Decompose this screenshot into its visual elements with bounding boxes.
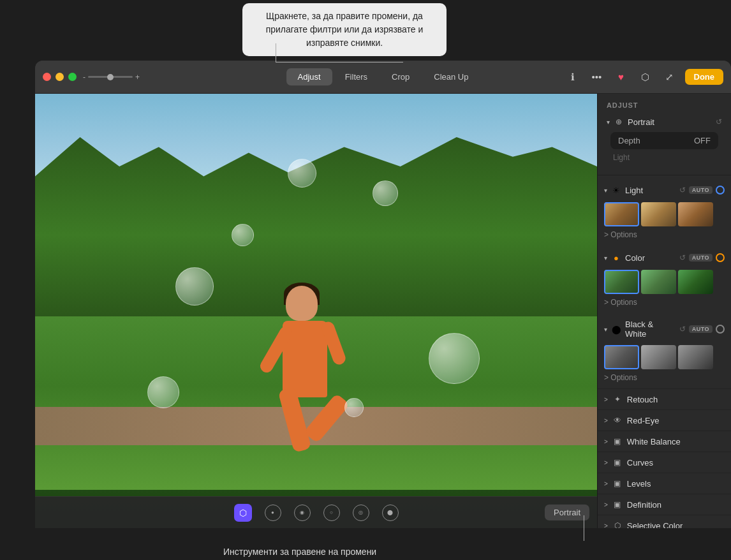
girl-right-leg	[304, 393, 350, 443]
subject-figure	[260, 286, 350, 464]
white-balance-row[interactable]: > ▣ White Balance	[598, 431, 731, 452]
slider-track	[88, 76, 133, 78]
wb-label: White Balance	[627, 437, 725, 446]
portrait-label-btn[interactable]: Portrait	[545, 505, 589, 520]
color-thumbs	[598, 267, 731, 297]
bw-chevron-icon: ▾	[604, 326, 607, 333]
wb-chevron-icon: >	[604, 438, 608, 445]
tooltip-bottom-text: Инструменти за правене на промени	[223, 547, 376, 557]
favorite-button[interactable]: ♥	[612, 68, 630, 86]
bw-icon[interactable]: ⬤	[382, 505, 399, 521]
retouch-label: Retouch	[627, 395, 725, 404]
levels-chevron-icon: >	[604, 480, 608, 487]
bw-name: Black & White	[625, 320, 676, 339]
done-button[interactable]: Done	[685, 69, 724, 85]
bw-section-icon: ⬤	[610, 323, 622, 335]
curves-row[interactable]: > ▣ Curves	[598, 452, 731, 473]
bw-auto-badge[interactable]: AUTO	[689, 325, 713, 333]
main-window: - + Adjust Filters Crop Clean Up ℹ ••• ♥…	[35, 61, 731, 528]
red-eye-icon: 👁	[612, 415, 623, 426]
girl-head	[286, 286, 318, 321]
bw-thumb-1[interactable]	[604, 345, 639, 369]
definition-row[interactable]: > ▣ Definition	[598, 494, 731, 515]
bw-section: ▾ ⬤ Black & White ↺ AUTO > Options	[598, 313, 731, 388]
bw-thumbs	[598, 343, 731, 372]
red-eye-chevron-icon: >	[604, 417, 608, 424]
minimize-button[interactable]	[55, 73, 64, 81]
divider-1	[598, 175, 731, 175]
color-row[interactable]: ▾ ● Color ↺ AUTO	[598, 248, 731, 267]
levels-row[interactable]: > ▣ Levels	[598, 473, 731, 494]
light-thumb-1[interactable]	[604, 202, 639, 226]
color-thumb-2[interactable]	[641, 270, 676, 294]
color-section: ▾ ● Color ↺ AUTO > Options	[598, 246, 731, 313]
definition-chevron-icon: >	[604, 501, 608, 508]
color-reset-icon[interactable]: ↺	[679, 253, 686, 262]
tab-cleanup[interactable]: Clean Up	[422, 68, 480, 85]
retouch-icon: ✦	[612, 394, 623, 405]
portrait-row[interactable]: ▾ ⊕ Portrait ↺	[604, 114, 725, 129]
bw-thumb-2[interactable]	[641, 345, 676, 369]
brightness-plus-icon: +	[135, 73, 140, 82]
light-chevron-icon: ▾	[604, 187, 607, 194]
portrait-reset-icon[interactable]: ↺	[716, 117, 722, 126]
more-button[interactable]: •••	[588, 68, 606, 86]
light-name: Light	[625, 186, 676, 195]
depth-value[interactable]: OFF	[694, 136, 711, 145]
photo-scene	[35, 94, 597, 528]
sc-label: Selective Color	[627, 521, 725, 529]
depth-icon[interactable]: ◉	[294, 505, 311, 521]
traffic-lights	[43, 73, 77, 81]
fullscreen-button[interactable]	[68, 73, 77, 81]
tab-filters[interactable]: Filters	[334, 68, 379, 85]
right-panel: ADJUST ▾ ⊕ Portrait ↺ Depth OFF Light	[597, 94, 731, 528]
sc-chevron-icon: >	[604, 522, 608, 529]
color-thumb-3[interactable]	[678, 270, 713, 294]
color-options[interactable]: > Options	[598, 297, 731, 311]
bw-reset-icon[interactable]: ↺	[679, 325, 686, 334]
crop-icon-btn[interactable]: ⤢	[661, 68, 679, 86]
light-row[interactable]: ▾ ☀ Light ↺ AUTO	[598, 181, 731, 200]
portrait-mode-icon[interactable]: ⬡	[234, 504, 252, 522]
info-button[interactable]: ℹ	[564, 68, 582, 86]
original-icon[interactable]: ●	[265, 505, 281, 521]
bw-options[interactable]: > Options	[598, 372, 731, 386]
selective-color-row[interactable]: > ⬡ Selective Color	[598, 515, 731, 528]
bottom-toolbar: ⬡ ● ◉ ○ ◎ ⬤ Portrait	[35, 496, 597, 528]
close-button[interactable]	[43, 73, 51, 81]
share-button[interactable]: ⬡	[637, 68, 654, 86]
color-thumb-1[interactable]	[604, 270, 639, 294]
brightness-minus-icon: -	[83, 73, 85, 82]
portrait-chevron-icon: ▾	[607, 119, 610, 126]
bw-indicator	[716, 325, 725, 334]
light-auto-badge[interactable]: AUTO	[689, 186, 713, 194]
portrait-section: ▾ ⊕ Portrait ↺ Depth OFF Light	[598, 114, 731, 172]
light-reset-icon[interactable]: ↺	[679, 186, 686, 195]
color-section-icon: ●	[610, 252, 622, 263]
tab-crop[interactable]: Crop	[380, 68, 421, 85]
color-auto-badge[interactable]: AUTO	[689, 254, 713, 262]
tab-adjust[interactable]: Adjust	[286, 68, 332, 85]
light-indicator	[716, 186, 725, 195]
red-eye-row[interactable]: > 👁 Red-Eye	[598, 409, 731, 431]
brightness-slider[interactable]: - +	[83, 73, 140, 82]
depth-label: Depth	[618, 136, 640, 145]
mono-icon[interactable]: ◎	[353, 505, 369, 521]
definition-icon: ▣	[612, 499, 623, 510]
curves-label: Curves	[627, 458, 725, 468]
retouch-row[interactable]: > ✦ Retouch	[598, 388, 731, 409]
light-options[interactable]: > Options	[598, 229, 731, 243]
titlebar-right: ℹ ••• ♥ ⬡ ⤢ Done	[564, 68, 724, 86]
light-thumbs	[598, 200, 731, 229]
portrait-section-icon: ⊕	[614, 117, 624, 127]
depth-row: Depth OFF	[610, 132, 718, 149]
bw-row[interactable]: ▾ ⬤ Black & White ↺ AUTO	[598, 316, 731, 343]
bw-thumb-3[interactable]	[678, 345, 713, 369]
light-thumb-3[interactable]	[678, 202, 713, 226]
tooltip-bottom-line	[584, 515, 584, 541]
light-thumb-2[interactable]	[641, 202, 676, 226]
curves-icon: ▣	[612, 457, 623, 468]
stage-light-icon[interactable]: ○	[323, 505, 340, 521]
light-section-icon: ☀	[610, 184, 622, 196]
slider-thumb	[107, 74, 114, 80]
